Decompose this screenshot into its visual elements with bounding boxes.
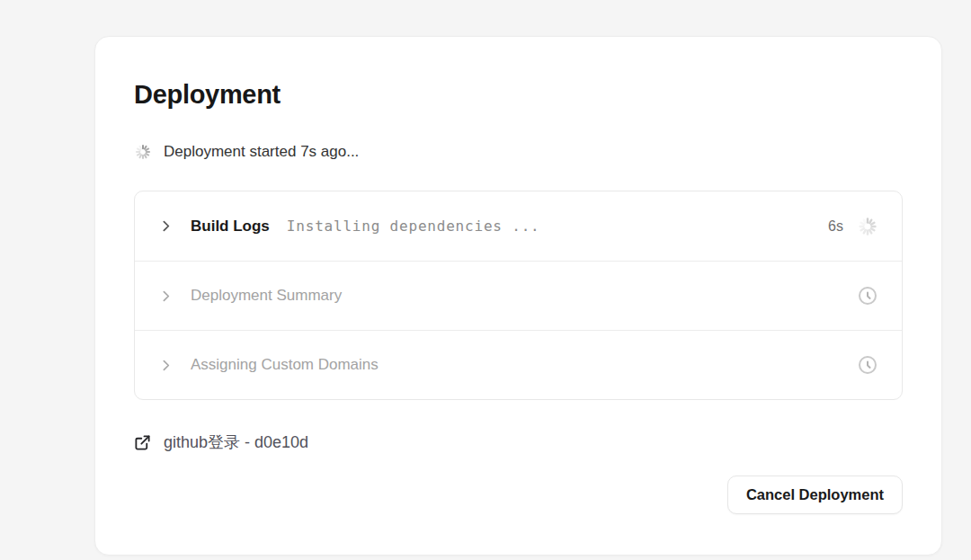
spinner-icon xyxy=(857,216,878,237)
external-link-icon xyxy=(134,434,151,451)
step-deployment-summary[interactable]: Deployment Summary xyxy=(135,261,902,330)
step-status: 6s xyxy=(828,216,878,237)
chevron-right-icon xyxy=(158,218,174,234)
step-label: Deployment Summary xyxy=(191,287,342,305)
preview-link[interactable]: github登录 - d0e10d xyxy=(134,431,308,453)
page-title: Deployment xyxy=(134,80,903,110)
deployment-card: Deployment Deployment started 7s ago... … xyxy=(94,36,942,556)
clock-icon xyxy=(857,285,878,307)
step-build-logs[interactable]: Build Logs Installing dependencies ... 6… xyxy=(135,191,902,261)
step-detail: Installing dependencies ... xyxy=(287,218,540,235)
step-label: Assigning Custom Domains xyxy=(191,356,379,374)
chevron-right-icon xyxy=(158,289,174,304)
card-footer: Cancel Deployment xyxy=(134,476,903,514)
deployment-status: Deployment started 7s ago... xyxy=(134,143,903,161)
step-status xyxy=(857,354,878,376)
step-assigning-custom-domains[interactable]: Assigning Custom Domains xyxy=(135,330,902,399)
step-label: Build Logs xyxy=(191,218,270,236)
deployment-steps-list: Build Logs Installing dependencies ... 6… xyxy=(134,191,903,400)
deployment-status-text: Deployment started 7s ago... xyxy=(164,143,359,161)
clock-icon xyxy=(857,354,878,376)
step-status xyxy=(857,285,878,307)
spinner-icon xyxy=(134,143,152,161)
step-duration: 6s xyxy=(828,218,843,235)
cancel-deployment-button[interactable]: Cancel Deployment xyxy=(727,476,903,514)
preview-link-label: github登录 - d0e10d xyxy=(164,431,308,453)
chevron-right-icon xyxy=(158,358,174,373)
